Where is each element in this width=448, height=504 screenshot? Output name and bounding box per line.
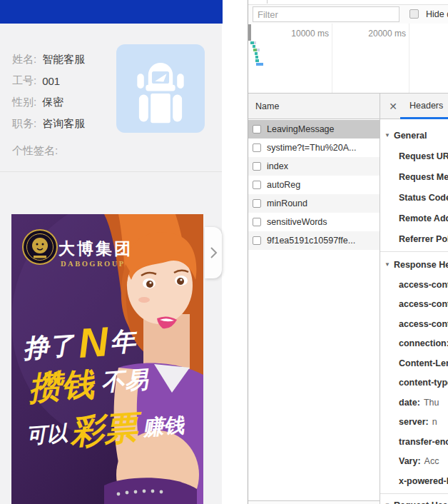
avatar bbox=[116, 44, 205, 133]
filter-input[interactable] bbox=[253, 6, 399, 22]
name-column-label: Name bbox=[255, 101, 279, 111]
request-checkbox[interactable] bbox=[253, 218, 261, 226]
header-item: connection: bbox=[380, 334, 448, 354]
ad-line1-b: 年 bbox=[108, 326, 139, 357]
name-column-header[interactable]: Name bbox=[248, 94, 380, 119]
header-name: Status Code: bbox=[399, 193, 448, 203]
header-name: date: bbox=[399, 398, 420, 408]
timeline-tick: 20000 ms bbox=[354, 29, 406, 39]
timeline-tick: 10000 ms bbox=[277, 29, 329, 39]
disclosure-triangle-icon: ▼ bbox=[385, 132, 390, 138]
section-separator bbox=[380, 251, 448, 252]
header-item: access-control-allow-headers: bbox=[380, 295, 448, 315]
profile-field-id: 工号: 001 bbox=[12, 70, 60, 91]
request-row[interactable]: 9f1ea5191c10597ffe... bbox=[248, 231, 380, 250]
header-value: n bbox=[432, 417, 437, 427]
header-name: content-type: bbox=[399, 378, 448, 388]
header-name: x-powered-by: bbox=[399, 476, 448, 486]
request-checkbox[interactable] bbox=[253, 162, 261, 171]
ad-line1-a: 挣了 bbox=[22, 330, 77, 363]
header-name: access-control-allow-credentials: bbox=[399, 280, 448, 290]
network-filter-bar: Hide data URLs bbox=[248, 5, 448, 24]
waterfall-marker bbox=[253, 45, 255, 48]
request-name: minRound bbox=[267, 198, 307, 208]
header-item: server: n bbox=[380, 413, 448, 433]
ad-line2-a: 攒钱 bbox=[26, 366, 96, 408]
expand-panel-button[interactable] bbox=[205, 227, 222, 278]
header-item: access-control-allow-credentials: bbox=[380, 275, 448, 295]
request-name: 9f1ea5191c10597ffe... bbox=[267, 236, 355, 246]
section-title-label: Request Headers bbox=[394, 500, 448, 504]
request-row[interactable]: sensitiveWords bbox=[248, 213, 380, 231]
header-name: Content-Length: bbox=[399, 358, 448, 368]
request-checkbox[interactable] bbox=[253, 143, 261, 152]
header-item: Request URL: bbox=[380, 146, 448, 166]
header-name: Remote Address: bbox=[399, 213, 448, 223]
header-item: access-control-allow-origin: bbox=[380, 314, 448, 334]
section-response-headers[interactable]: ▼ Response Headers bbox=[380, 254, 448, 275]
request-name: index bbox=[267, 161, 288, 171]
request-row[interactable]: index bbox=[248, 157, 380, 176]
overview-grip-handle[interactable] bbox=[248, 24, 251, 41]
field-value: 001 bbox=[42, 75, 60, 87]
tab-headers[interactable]: Headers bbox=[409, 94, 443, 119]
ad-artwork: 大博集团 DABOGROUP 挣了 N 年 攒钱 不易 可以 彩票 赚钱 bbox=[11, 214, 203, 504]
timeline-gridline bbox=[409, 24, 409, 93]
header-name: access-control-allow-headers: bbox=[399, 299, 448, 309]
toolbar-divider bbox=[267, 0, 268, 4]
close-detail-button[interactable]: ✕ bbox=[386, 94, 400, 119]
header-name: Request URL: bbox=[399, 151, 448, 161]
waterfall-marker bbox=[256, 63, 263, 66]
section-separator bbox=[380, 493, 448, 494]
header-name: access-control-allow-origin: bbox=[399, 319, 448, 329]
request-checkbox[interactable] bbox=[253, 125, 261, 133]
detail-tab-bar: ✕ Headers bbox=[380, 94, 448, 119]
request-name: sensitiveWords bbox=[267, 217, 327, 227]
field-label: 姓名: bbox=[12, 53, 36, 66]
ad-line3-a: 可以 bbox=[26, 421, 69, 447]
chevron-right-icon bbox=[209, 246, 218, 259]
header-name: connection: bbox=[399, 338, 448, 348]
profile-field-role: 职务: 咨询客服 bbox=[12, 113, 85, 134]
request-checkbox[interactable] bbox=[253, 199, 261, 208]
page-right-gutter bbox=[222, 0, 248, 504]
request-row[interactable]: LeavingMessage bbox=[248, 120, 380, 138]
section-general[interactable]: ▼ General bbox=[380, 125, 448, 146]
header-item: Request Method: bbox=[380, 166, 448, 187]
ad-banner[interactable]: 大博集团 DABOGROUP 挣了 N 年 攒钱 不易 可以 彩票 赚钱 bbox=[11, 214, 203, 504]
header-item: date: Thu bbox=[380, 393, 448, 413]
field-value: 保密 bbox=[42, 96, 63, 109]
ad-brand-cn: 大博集团 bbox=[58, 239, 133, 258]
top-bar bbox=[0, 0, 223, 24]
header-name: Request Method: bbox=[399, 172, 448, 182]
request-name: autoReg bbox=[267, 180, 300, 190]
ad-line3-c: 赚钱 bbox=[141, 413, 185, 439]
ad-line3-b: 彩票 bbox=[68, 408, 144, 450]
request-row[interactable]: autoReg bbox=[248, 176, 380, 194]
field-label: 性别: bbox=[12, 96, 36, 109]
network-overview-timeline[interactable]: 10000 ms 20000 ms bbox=[248, 24, 448, 94]
section-request-headers[interactable]: ▼ Request Headers bbox=[380, 495, 448, 504]
section-title-label: General bbox=[394, 131, 427, 141]
request-row[interactable]: minRound bbox=[248, 194, 380, 213]
header-item: content-type: bbox=[380, 373, 448, 393]
devtools-panel: Hide data URLs 10000 ms 20000 ms Name Le… bbox=[248, 0, 448, 504]
field-value: 智能客服 bbox=[42, 53, 85, 66]
disclosure-triangle-icon: ▼ bbox=[385, 261, 390, 268]
hide-data-urls-checkbox[interactable] bbox=[409, 9, 419, 19]
waterfall-marker bbox=[254, 41, 256, 44]
waterfall-marker bbox=[255, 52, 258, 55]
section-title-label: Response Headers bbox=[394, 260, 448, 270]
waterfall-marker bbox=[255, 59, 259, 62]
request-checkbox[interactable] bbox=[253, 181, 261, 189]
header-item: Status Code: bbox=[380, 187, 448, 208]
field-label: 工号: bbox=[12, 74, 36, 88]
summary-bar bbox=[248, 501, 380, 504]
ad-brand-en: DABOGROUP bbox=[61, 260, 126, 268]
waterfall-marker bbox=[255, 56, 258, 59]
request-checkbox[interactable] bbox=[253, 236, 261, 245]
request-row[interactable]: systime?t=Thu%20A... bbox=[248, 138, 380, 157]
section-divider bbox=[0, 171, 222, 172]
request-name: systime?t=Thu%20A... bbox=[267, 143, 356, 153]
signature-label: 个性签名: bbox=[12, 144, 58, 158]
